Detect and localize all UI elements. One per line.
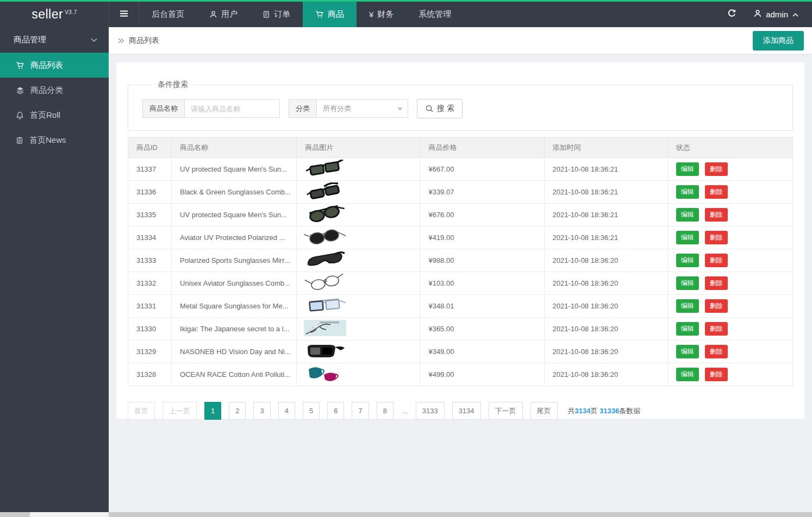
delete-button[interactable]: 删除 xyxy=(705,368,728,381)
chevron-down-icon xyxy=(90,37,98,42)
page-button-下一页[interactable]: 下一页 xyxy=(489,402,523,420)
cell-product-price: ¥339.07 xyxy=(420,181,544,204)
page-button-1[interactable]: 1 xyxy=(204,402,221,420)
cell-actions: 编辑删除 xyxy=(667,158,792,181)
cell-added-time: 2021-10-08 18:36:21 xyxy=(544,204,667,226)
news-icon xyxy=(16,136,23,144)
cell-product-price: ¥667.00 xyxy=(420,158,544,181)
page-button-3134[interactable]: 3134 xyxy=(452,402,481,420)
column-header-添加时间: 添加时间 xyxy=(544,137,667,158)
sunglasses-square-blue-image xyxy=(303,297,347,314)
cell-actions: 编辑删除 xyxy=(667,295,792,318)
bell-icon xyxy=(16,111,24,119)
cell-product-image xyxy=(297,341,420,363)
page-button-7[interactable]: 7 xyxy=(352,402,368,420)
page-button-3[interactable]: 3 xyxy=(253,402,270,420)
product-name-input[interactable] xyxy=(185,99,280,118)
cell-product-image xyxy=(297,295,420,318)
cell-product-id: 31334 xyxy=(128,226,172,249)
sidebar-toggle-button[interactable] xyxy=(109,2,139,27)
sunglasses-aviator-green-image xyxy=(303,205,347,223)
double-chevron-icon xyxy=(117,37,125,45)
delete-button[interactable]: 删除 xyxy=(705,299,728,313)
category-select[interactable]: 所有分类 xyxy=(317,99,408,118)
page-button-尾页[interactable]: 尾页 xyxy=(530,402,558,420)
delete-button[interactable]: 删除 xyxy=(705,254,728,267)
table-row: 31329NASONEB HD Vision Day and Ni...¥349… xyxy=(128,341,793,363)
edit-button[interactable]: 编辑 xyxy=(676,299,699,313)
edit-button[interactable]: 编辑 xyxy=(676,185,699,199)
cell-actions: 编辑删除 xyxy=(667,226,792,249)
refresh-button[interactable] xyxy=(717,2,746,27)
nav-item-财务[interactable]: ¥财务 xyxy=(357,2,406,27)
nav-item-用户[interactable]: 用户 xyxy=(197,2,250,27)
nav-item-系统管理[interactable]: 系统管理 xyxy=(406,2,464,27)
page-ellipsis: ... xyxy=(401,407,409,415)
delete-button[interactable]: 删除 xyxy=(705,231,728,244)
sidebar-item-商品分类[interactable]: 商品分类 xyxy=(0,78,109,103)
table-row: 31334Aviator UV Protected Polarized ...¥… xyxy=(128,226,793,249)
sidebar-item-label: 首页News xyxy=(29,135,66,146)
cell-added-time: 2021-10-08 18:36:20 xyxy=(544,318,667,341)
column-header-商品名称: 商品名称 xyxy=(172,137,297,158)
cell-product-price: ¥499.00 xyxy=(420,363,544,386)
add-product-button[interactable]: 添加商品 xyxy=(753,31,804,51)
edit-button[interactable]: 编辑 xyxy=(676,322,699,336)
pagination-summary: 共3134页 31336条数据 xyxy=(568,406,641,416)
edit-button[interactable]: 编辑 xyxy=(676,231,699,244)
sidebar-group-product-management[interactable]: 商品管理 xyxy=(0,27,109,53)
cell-product-image xyxy=(297,272,420,295)
content-area: 条件搜索 商品名称 分类 所有分类 xyxy=(109,54,812,512)
page-button-2[interactable]: 2 xyxy=(229,402,246,420)
table-row: 31336Black & Green Sunglasses Comb...¥33… xyxy=(128,181,793,204)
nav-item-后台首页[interactable]: 后台首页 xyxy=(139,2,197,27)
user-menu[interactable]: admin xyxy=(746,2,812,27)
cell-product-price: ¥365.00 xyxy=(420,318,544,341)
cell-product-image xyxy=(297,181,420,204)
brand-logo[interactable]: sellerV3.7 xyxy=(0,2,109,27)
cell-product-image xyxy=(297,318,420,341)
cell-added-time: 2021-10-08 18:36:20 xyxy=(544,272,667,295)
cell-product-id: 31328 xyxy=(128,363,172,386)
sidebar-menu: 商品列表商品分类首页Roll首页News xyxy=(0,53,109,153)
delete-button[interactable]: 删除 xyxy=(705,185,728,199)
cell-actions: 编辑删除 xyxy=(667,363,792,386)
edit-button[interactable]: 编辑 xyxy=(676,162,699,176)
delete-button[interactable]: 删除 xyxy=(705,276,728,290)
cell-product-id: 31333 xyxy=(128,249,172,272)
search-button[interactable]: 搜 索 xyxy=(417,99,463,118)
page-button-5[interactable]: 5 xyxy=(303,402,320,420)
cell-product-name: Ikigai: The Japanese secret to a l... xyxy=(172,318,297,341)
page-button-4[interactable]: 4 xyxy=(278,402,295,420)
edit-button[interactable]: 编辑 xyxy=(676,254,699,267)
horizontal-scrollbar[interactable] xyxy=(0,512,812,517)
edit-button[interactable]: 编辑 xyxy=(676,345,699,358)
face-masks-pair-image xyxy=(303,365,347,382)
sunglasses-square-green-image xyxy=(303,160,347,177)
total-records: 31336 xyxy=(599,407,619,415)
page-button-6[interactable]: 6 xyxy=(327,402,344,420)
page-button-8[interactable]: 8 xyxy=(377,402,393,420)
scrollbar-thumb[interactable] xyxy=(30,512,109,517)
cell-product-name: NASONEB HD Vision Day and Ni... xyxy=(172,341,297,363)
top-navbar: sellerV3.7 后台首页用户订单商品¥财务系统管理 admin xyxy=(0,0,812,27)
edit-button[interactable]: 编辑 xyxy=(676,208,699,222)
edit-button[interactable]: 编辑 xyxy=(676,368,699,381)
delete-button[interactable]: 删除 xyxy=(705,322,728,336)
delete-button[interactable]: 删除 xyxy=(705,345,728,358)
cell-product-price: ¥348.01 xyxy=(420,295,544,318)
page-button-上一页: 上一页 xyxy=(163,402,197,420)
sidebar-item-首页Roll[interactable]: 首页Roll xyxy=(0,103,109,128)
delete-button[interactable]: 删除 xyxy=(705,162,728,176)
nav-item-商品[interactable]: 商品 xyxy=(303,2,357,27)
sidebar-item-首页News[interactable]: 首页News xyxy=(0,128,109,153)
edit-button[interactable]: 编辑 xyxy=(676,276,699,290)
nav-item-订单[interactable]: 订单 xyxy=(250,2,303,27)
page-button-3133[interactable]: 3133 xyxy=(416,402,445,420)
delete-button[interactable]: 删除 xyxy=(705,208,728,222)
nav-item-label: 系统管理 xyxy=(419,9,451,20)
sidebar-item-商品列表[interactable]: 商品列表 xyxy=(0,53,109,78)
cell-product-name: Metal Square Sunglasses for Me... xyxy=(172,295,297,318)
cell-product-name: Unisex Aviator Sunglasses Comb... xyxy=(172,272,297,295)
cell-product-name: Polarized Sports Sunglasses Mirr... xyxy=(172,249,297,272)
